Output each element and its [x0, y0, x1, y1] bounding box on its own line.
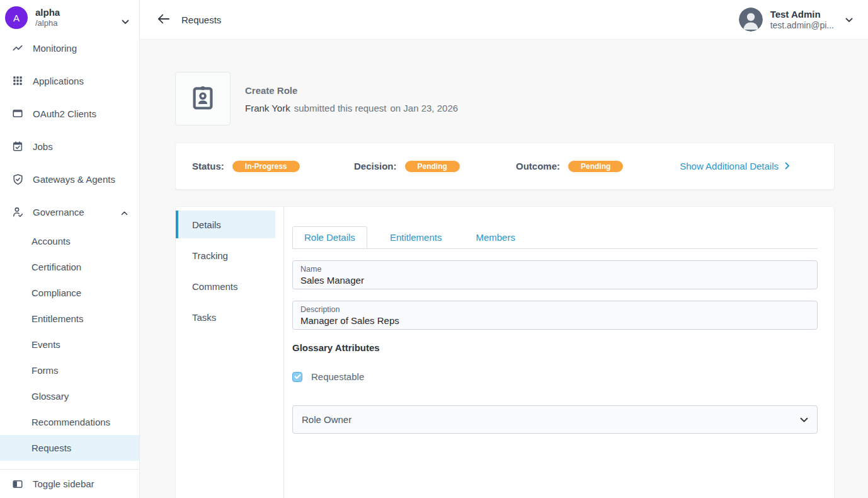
chevron-down-icon: [845, 14, 853, 25]
side-tab-label: Tracking: [192, 250, 228, 261]
chevron-down-icon: [800, 414, 808, 426]
sidebar-item-events[interactable]: Events: [0, 332, 139, 357]
tab-entitlements[interactable]: Entitlements: [379, 226, 454, 248]
tab-label: Members: [476, 232, 515, 243]
status-group: Status: In-Progress: [192, 161, 354, 172]
side-tab-label: Comments: [192, 281, 238, 292]
sidebar-item-label: Monitoring: [33, 43, 77, 54]
request-type-icon-box: [175, 72, 231, 125]
decision-group: Decision: Pending: [354, 161, 516, 172]
arrow-left-icon: [157, 13, 171, 26]
side-tab-list: Details Tracking Comments Tasks: [176, 207, 284, 498]
environment-initial: A: [13, 13, 20, 23]
page-title: Requests: [181, 14, 221, 25]
browser-window-icon: [11, 107, 24, 120]
sidebar-item-requests[interactable]: Requests: [0, 435, 139, 461]
environment-avatar: A: [5, 6, 28, 29]
details-panel: Role Details Entitlements Members Name S…: [284, 207, 834, 498]
sidebar-item-forms[interactable]: Forms: [0, 357, 139, 383]
description-field[interactable]: Description Manager of Sales Reps: [292, 301, 818, 330]
sidebar-item-recommendations[interactable]: Recommendations: [0, 409, 139, 435]
request-titles: Create Role Frank Yorksubmitted this req…: [245, 84, 458, 113]
request-subtitle: Frank Yorksubmitted this requeston Jan 2…: [245, 103, 458, 113]
user-email: test.admin@pi...: [770, 20, 834, 31]
sidebar-item-monitoring[interactable]: Monitoring: [0, 32, 139, 64]
sidebar-item-applications[interactable]: Applications: [0, 64, 139, 97]
status-badge: In-Progress: [232, 161, 300, 172]
request-details-card: Details Tracking Comments Tasks Role Det…: [175, 206, 835, 498]
decision-badge: Pending: [405, 161, 460, 172]
sidebar-item-glossary[interactable]: Glossary: [0, 383, 139, 409]
chevron-down-icon: [122, 16, 129, 27]
side-tab-comments[interactable]: Comments: [176, 272, 275, 300]
sidebar-item-label: Forms: [31, 365, 59, 376]
decision-label: Decision:: [354, 161, 397, 171]
outcome-group: Outcome: Pending: [516, 161, 678, 172]
sidebar-nav: Monitoring Applications OAuth2 Clients J…: [0, 32, 139, 461]
content-area: Create Role Frank Yorksubmitted this req…: [140, 40, 868, 498]
sidebar-item-label: OAuth2 Clients: [33, 108, 96, 119]
show-additional-details-link[interactable]: Show Additional Details: [680, 161, 790, 171]
sidebar-item-gateways-agents[interactable]: Gateways & Agents: [0, 163, 139, 195]
sidebar-item-label: Governance: [33, 207, 84, 217]
name-field-label: Name: [300, 265, 809, 274]
environment-path: /alpha: [35, 18, 60, 28]
description-field-label: Description: [300, 305, 809, 315]
side-tab-tracking[interactable]: Tracking: [176, 241, 275, 269]
requestable-checkbox-label: Requestable: [311, 371, 364, 382]
side-tab-label: Tasks: [192, 312, 216, 323]
tab-label: Role Details: [304, 232, 355, 243]
toggle-sidebar-button[interactable]: Toggle sidebar: [0, 470, 139, 498]
calendar-check-icon: [11, 140, 24, 153]
requestable-checkbox-row[interactable]: Requestable: [292, 371, 818, 382]
applications-icon: [11, 74, 24, 87]
user-text: Test Admin test.admin@pi...: [770, 8, 834, 31]
outcome-label: Outcome:: [516, 161, 560, 171]
request-action-text: submitted this request: [294, 103, 387, 113]
sidebar-item-oauth2-clients[interactable]: OAuth2 Clients: [0, 97, 139, 130]
side-tab-details[interactable]: Details: [176, 211, 275, 238]
request-header: Create Role Frank Yorksubmitted this req…: [175, 72, 835, 125]
sidebar-item-certification[interactable]: Certification: [0, 254, 139, 280]
sidebar-item-jobs[interactable]: Jobs: [0, 130, 139, 163]
tab-list: Role Details Entitlements Members: [292, 226, 818, 249]
user-name: Test Admin: [770, 8, 834, 20]
side-tab-label: Details: [192, 219, 221, 230]
monitoring-icon: [11, 42, 24, 54]
toggle-sidebar-label: Toggle sidebar: [33, 478, 94, 489]
role-owner-select[interactable]: Role Owner: [292, 405, 818, 434]
sidebar-item-entitlements[interactable]: Entitlements: [0, 306, 139, 332]
sidebar-item-governance[interactable]: Governance: [0, 195, 139, 228]
role-owner-select-value: Role Owner: [302, 414, 351, 425]
sidebar-item-label: Applications: [33, 76, 84, 86]
show-additional-details-label: Show Additional Details: [680, 161, 779, 171]
sidebar-item-label: Jobs: [33, 141, 53, 152]
sidebar-item-compliance[interactable]: Compliance: [0, 280, 139, 306]
requestable-checkbox[interactable]: [292, 372, 302, 382]
user-menu[interactable]: Test Admin test.admin@pi...: [739, 8, 853, 32]
sidebar-item-label: Entitlements: [31, 313, 84, 324]
glossary-attributes-heading: Glossary Attributes: [292, 342, 818, 353]
tab-role-details[interactable]: Role Details: [292, 226, 367, 248]
user-check-icon: [11, 206, 24, 218]
status-card: Status: In-Progress Decision: Pending Ou…: [175, 142, 835, 190]
back-button[interactable]: [155, 11, 173, 28]
environment-text: alpha /alpha: [35, 6, 60, 28]
app-root: A alpha /alpha Monitoring Applicat: [0, 0, 868, 498]
name-field-value: Sales Manager: [300, 274, 809, 286]
name-field[interactable]: Name Sales Manager: [292, 260, 818, 289]
tab-label: Entitlements: [390, 232, 442, 243]
outcome-badge: Pending: [568, 161, 623, 172]
request-date: on Jan 23, 2026: [390, 103, 458, 113]
user-avatar: [739, 8, 763, 32]
side-tab-tasks[interactable]: Tasks: [176, 303, 275, 331]
tab-members[interactable]: Members: [464, 226, 527, 248]
role-badge-icon: [188, 83, 217, 115]
sidebar-item-label: Accounts: [31, 236, 71, 246]
shield-check-icon: [11, 173, 24, 185]
environment-switcher[interactable]: A alpha /alpha: [0, 0, 139, 32]
sidebar-item-label: Gateways & Agents: [33, 174, 115, 185]
sidebar-item-accounts[interactable]: Accounts: [0, 228, 139, 254]
sidebar-item-label: Events: [31, 339, 60, 350]
sidebar-item-label: Recommendations: [31, 417, 110, 427]
